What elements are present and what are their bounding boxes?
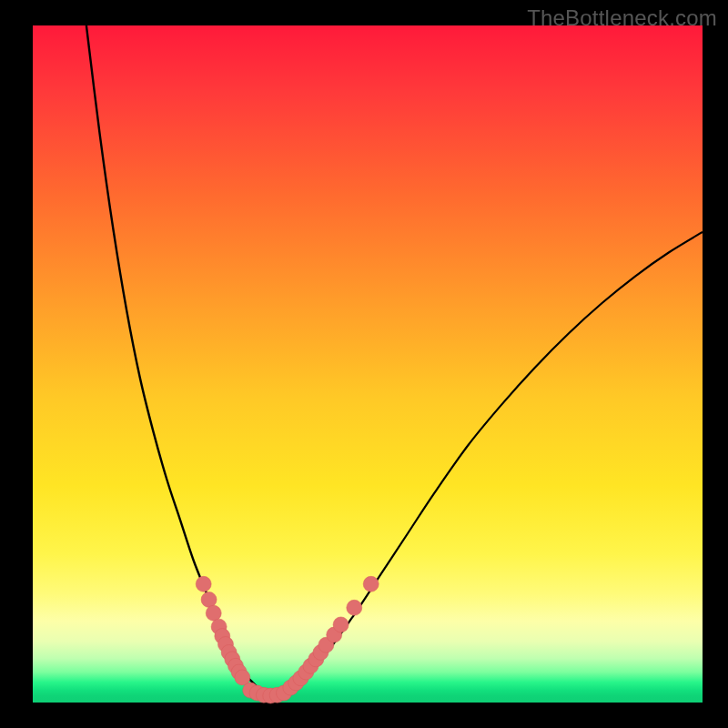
- curve-group: [86, 25, 703, 696]
- data-point: [347, 600, 362, 615]
- data-point: [333, 617, 349, 632]
- data-point: [206, 605, 221, 621]
- data-point: [363, 576, 379, 592]
- data-point: [196, 576, 211, 592]
- scatter-dots: [196, 576, 379, 703]
- chart-frame: TheBottleneck.com: [0, 0, 728, 728]
- plot-area: [33, 25, 703, 703]
- data-point: [201, 592, 217, 607]
- curve-left: [86, 25, 268, 696]
- curve-right: [268, 232, 703, 696]
- chart-svg: [33, 25, 703, 703]
